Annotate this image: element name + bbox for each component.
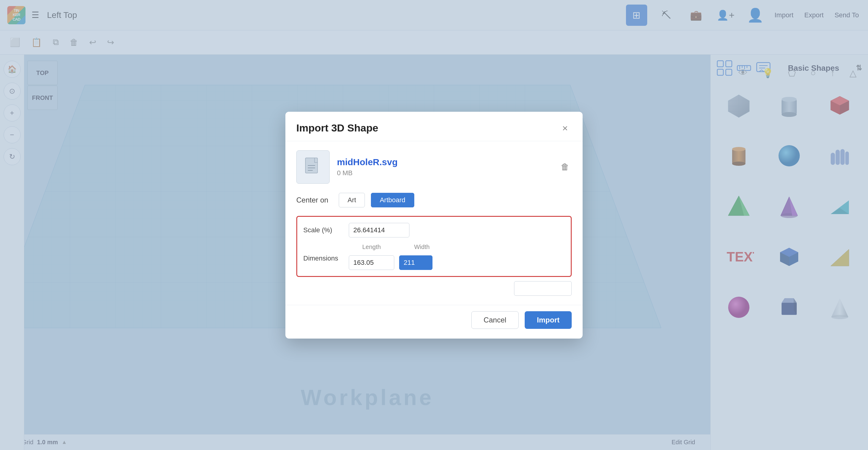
import-modal: Import 3D Shape × midHoleR.svg 0 MB <box>285 112 583 339</box>
modal-body: midHoleR.svg 0 MB 🗑 Center on Art Artboa… <box>285 141 583 305</box>
center-on-row: Center on Art Artboard <box>296 193 572 207</box>
dimensions-row: Dimensions Length Width <box>303 244 565 270</box>
dimension-inputs <box>349 255 445 270</box>
length-input[interactable] <box>349 255 394 270</box>
dimension-headers: Length Width <box>349 244 445 251</box>
file-thumbnail <box>296 150 330 184</box>
center-artboard-button[interactable]: Artboard <box>371 193 414 207</box>
center-art-button[interactable]: Art <box>339 193 365 207</box>
svg-file-icon <box>302 157 323 178</box>
scale-row: Scale (%) <box>303 223 565 237</box>
delete-file-button[interactable]: 🗑 <box>558 160 572 174</box>
dimension-fields: Length Width <box>349 244 445 270</box>
center-on-label: Center on <box>296 196 333 204</box>
modal-close-button[interactable]: × <box>558 121 572 135</box>
width-header: Width <box>399 244 445 251</box>
import-button[interactable]: Import <box>525 311 572 329</box>
modal-header: Import 3D Shape × <box>285 112 583 141</box>
modal-overlay: Import 3D Shape × midHoleR.svg 0 MB <box>0 0 868 450</box>
length-header: Length <box>349 244 394 251</box>
file-row: midHoleR.svg 0 MB 🗑 <box>296 150 572 184</box>
dimensions-label: Dimensions <box>303 244 343 262</box>
scale-label: Scale (%) <box>303 226 343 234</box>
width-input[interactable] <box>399 255 432 270</box>
modal-title: Import 3D Shape <box>296 122 378 134</box>
file-size: 0 MB <box>337 169 551 177</box>
file-info: midHoleR.svg 0 MB <box>337 157 551 177</box>
scale-input[interactable] <box>349 223 409 237</box>
cancel-button[interactable]: Cancel <box>471 311 519 329</box>
extra-scale-input[interactable] <box>514 281 572 296</box>
file-name: midHoleR.svg <box>337 157 551 167</box>
scale-dimensions-box: Scale (%) Dimensions Length Width <box>296 216 572 277</box>
modal-footer: Cancel Import <box>285 305 583 339</box>
